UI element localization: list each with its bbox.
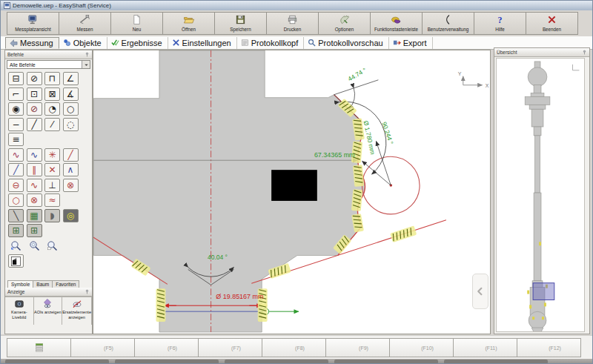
cmd-coordinate-system[interactable]: ⊥ — [44, 179, 60, 192]
cmd-table-2[interactable]: ⊞ — [27, 224, 42, 237]
panel-tab-baum[interactable]: Baum — [33, 280, 53, 288]
fkey-f11[interactable]: (F11) — [453, 338, 517, 357]
toolbar-button-hilfe[interactable]: ? Hilfe — [474, 12, 526, 35]
cmd-position-z[interactable]: ⊠ — [44, 87, 60, 101]
cmd-line-slanted[interactable]: ╱ — [27, 118, 42, 131]
display-button-ersatzelemente-anzeigen[interactable]: Ersatzelemente anzeigen — [62, 297, 92, 325]
command-row: ⊟ ⊘ ⊓ — [8, 72, 90, 85]
tab-protokollkopf[interactable]: Protokollkopf — [237, 37, 305, 49]
cmd-table-1[interactable]: ⊞ — [8, 224, 24, 237]
command-row — [8, 239, 90, 253]
display-button-aois-anzeigen[interactable]: AOIs anzeigen — [34, 297, 63, 325]
cmd-circle-diameter[interactable]: ⊘ — [27, 102, 42, 116]
title-bar[interactable]: Demowelle.uep - EasyShaft (Service) — [1, 1, 592, 10]
cmd-form-line[interactable]: ╱ — [63, 148, 79, 162]
cmd-angle[interactable]: ∠ — [63, 72, 79, 85]
pin-icon[interactable] — [85, 51, 90, 58]
toolbar-button-speichern[interactable]: Speichern — [214, 12, 267, 35]
cmd-ellipse[interactable]: ◌ — [63, 118, 79, 131]
cmd-rotation[interactable]: ⊗ — [63, 179, 79, 192]
cmd-line[interactable]: − — [8, 118, 24, 131]
cmd-circle-angle[interactable]: ⊘ — [27, 72, 42, 85]
overview-selection[interactable] — [533, 283, 554, 300]
overview-collapse-button[interactable] — [472, 274, 488, 309]
toolbar-button-drucken[interactable]: Drucken — [266, 12, 319, 35]
pin-icon[interactable] — [582, 49, 587, 56]
tab-ergebnisse[interactable]: Ergebnisse — [107, 37, 168, 49]
function-key-label: (F5) — [104, 345, 113, 351]
cmd-line-dashed[interactable]: ⁄ — [44, 118, 60, 131]
cmd-profile[interactable]: ∿ — [27, 148, 42, 162]
tab-messung[interactable]: Messung — [5, 37, 59, 49]
tab-export[interactable]: Export — [389, 37, 433, 49]
cmd-roughness[interactable]: ≈ — [44, 193, 60, 207]
toolbar-button-optionen[interactable]: Optionen — [318, 12, 371, 35]
cmd-arc[interactable]: ◔ — [44, 102, 60, 116]
cmd-groove[interactable]: ⊓ — [44, 72, 60, 85]
measurement-canvas[interactable]: Y X 44.74 ° 90.244 ° Ø 1.780 mm 67.34365… — [93, 50, 491, 334]
cmd-zoom-pan[interactable] — [27, 239, 42, 253]
toolbar-button-label: Benutzerverwaltung — [428, 27, 469, 32]
function-key-label: (F9) — [359, 345, 368, 351]
cmd-zoom-out[interactable] — [8, 239, 24, 253]
command-filter-select[interactable]: Alle Befehle — [7, 60, 90, 69]
fkey-f7[interactable]: (F7) — [198, 338, 262, 357]
toolbar-button-benutzerverwaltung[interactable]: Benutzerverwaltung — [422, 12, 474, 35]
toolbar-button-oeffnen[interactable]: Öffnen — [162, 12, 215, 35]
function-key-label: (F8) — [295, 345, 305, 351]
command-row: ╲ ▦ ◗ — [8, 209, 90, 222]
cmd-slope[interactable]: ╱ — [8, 163, 24, 176]
cmd-peak[interactable]: ∧ — [63, 163, 79, 176]
cmd-construction-line[interactable]: ╲ — [8, 209, 24, 222]
toolbar-button-funktionstastenleiste[interactable]: Funktionstastenleiste — [370, 12, 423, 35]
cmd-zoom-window[interactable] — [44, 239, 60, 253]
cmd-cylinder[interactable]: ⊖ — [8, 179, 24, 192]
annotation-angle-arc: 90.244 ° — [380, 121, 394, 145]
cmd-taper[interactable]: ∡ — [63, 87, 79, 101]
cmd-crossing[interactable]: ✕ — [44, 163, 60, 176]
toolbar-button-messen[interactable]: Messen — [59, 12, 111, 35]
tab-objekte[interactable]: Objekte — [59, 37, 107, 49]
cmd-step[interactable]: ⌐ — [8, 87, 24, 101]
taskbar-strip — [1, 359, 593, 364]
fkey-f10[interactable]: (F10) — [389, 338, 454, 357]
cmd-position-x[interactable]: ⊡ — [27, 87, 42, 101]
tab-einstellungen[interactable]: Einstellungen — [168, 37, 237, 49]
cmd-hatch[interactable]: ▦ — [27, 209, 42, 222]
cmd-parallel-lines[interactable]: ≡ — [8, 133, 24, 146]
fkey-f8[interactable]: (F8) — [262, 338, 326, 357]
fkey-layers[interactable] — [7, 338, 71, 357]
toolbar-button-beenden[interactable]: Beenden — [526, 12, 578, 35]
cmd-invert-view[interactable] — [8, 254, 24, 268]
cmd-highlight-circle[interactable]: ◎ — [63, 209, 79, 222]
toolbar-button-messplatzansicht[interactable]: Messplatzansicht — [7, 12, 59, 35]
cmd-width[interactable]: ⊟ — [8, 72, 24, 85]
overview-canvas[interactable] — [496, 58, 585, 332]
cmd-circle[interactable]: ○ — [63, 102, 79, 116]
fkey-f6[interactable]: (F6) — [134, 338, 199, 357]
toolbar-button-label: Speichern — [230, 27, 251, 32]
fkey-f12[interactable]: (F12) — [517, 338, 581, 357]
new-page-icon — [131, 14, 142, 25]
cmd-roundness[interactable]: ○ — [8, 193, 24, 207]
cmd-runout[interactable]: ∿ — [27, 179, 42, 192]
cmd-concentricity[interactable]: ⊗ — [27, 193, 42, 207]
cmd-form-circle[interactable]: ✳ — [44, 148, 60, 162]
fkey-f9[interactable]: (F9) — [325, 338, 390, 357]
overview-axis-icon — [573, 64, 580, 70]
tab-protokollvorschau[interactable]: Protokollvorschau — [304, 37, 388, 49]
command-row: ○ ⊗ ≈ — [8, 193, 90, 207]
display-button-kamera-livebild[interactable]: Kamera-Livebild — [5, 297, 34, 325]
command-glyph: ⊘ — [30, 74, 38, 83]
cmd-circle-center[interactable]: ◉ — [8, 102, 24, 116]
cmd-parallelism[interactable]: ∥ — [27, 163, 42, 176]
taskbar-segment — [5, 360, 109, 364]
window-title: Demowelle.uep - EasyShaft (Service) — [13, 2, 111, 9]
cmd-sector[interactable]: ◗ — [44, 209, 60, 222]
toolbar-button-neu[interactable]: Neu — [110, 12, 163, 35]
fkey-f5[interactable]: (F5) — [70, 338, 135, 357]
panel-tab-favoriten[interactable]: Favoriten — [52, 280, 79, 288]
cmd-contour[interactable]: ∿ — [8, 148, 24, 162]
panel-tab-symbole[interactable]: Symbole — [7, 280, 33, 288]
pin-icon[interactable] — [85, 288, 90, 295]
